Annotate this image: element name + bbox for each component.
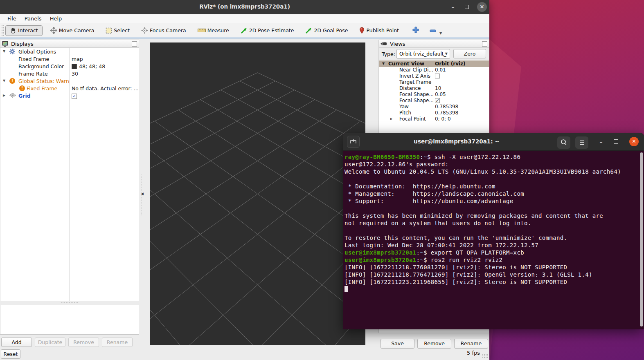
prop-label: Yaw (399, 104, 409, 110)
tool-move-camera[interactable]: Move Camera (47, 25, 98, 36)
expander-down-icon[interactable]: ▼ (3, 49, 5, 53)
terminal-line: Last login: Wed Dec 28 07:00:41 2022 fro… (345, 241, 638, 249)
terminal-line: * Documentation: https://help.ubuntu.com (345, 183, 638, 190)
views-panel-header[interactable]: Views (378, 40, 489, 48)
current-view-value: Orbit (rviz) (435, 61, 466, 67)
row-checkbox[interactable]: ✓ (72, 94, 77, 99)
terminal-title: user@imx8mprsb3720a1: ~ (367, 138, 546, 145)
type-label: Type: (382, 51, 395, 57)
view-prop-focal-shape-[interactable]: Focal Shape...0.05 (379, 92, 489, 98)
tool-2d-goal-pose[interactable]: 2D Goal Pose (302, 25, 351, 36)
expander-down-icon[interactable]: ▼ (3, 79, 5, 83)
expander-down-icon[interactable]: ▼ (382, 62, 385, 65)
window-title: RViz* (on imx8mprsb3720a1) (0, 3, 489, 10)
rename-view-button[interactable]: Rename (454, 339, 488, 349)
tool-label: Move Camera (59, 27, 95, 34)
tool-label: Select (114, 27, 130, 34)
zero-button[interactable]: Zero (453, 49, 486, 58)
menu-help[interactable]: Help (46, 16, 66, 22)
display-row-fixed-frame[interactable]: !Fixed FrameNo tf data. Actual error: ..… (0, 85, 139, 92)
menu-panels[interactable]: Panels (20, 16, 46, 22)
tool-select[interactable]: Select (102, 26, 133, 36)
tool-2d-pose-estimate[interactable]: 2D Pose Estimate (237, 25, 298, 36)
display-row-global-options[interactable]: ▼Global Options (0, 48, 139, 55)
tool-interact[interactable]: Interact (5, 25, 43, 36)
resize-grip[interactable] (482, 353, 488, 359)
terminal-minimize-button[interactable]: – (597, 134, 606, 150)
add-tool-button[interactable] (412, 27, 419, 34)
description-box (0, 305, 139, 335)
displays-panel-header[interactable]: Displays (0, 40, 139, 48)
add-display-button[interactable]: Add (1, 338, 32, 347)
minimize-button[interactable]: – (446, 0, 460, 14)
view-prop-focal-shape-[interactable]: Focal Shape...✓ (379, 98, 489, 104)
terminal-scrollbar[interactable] (640, 152, 643, 326)
close-button[interactable]: ✕ (477, 2, 487, 12)
plus-icon (412, 28, 419, 34)
terminal-maximize-button[interactable] (614, 139, 618, 144)
maximize-icon (465, 5, 469, 9)
row-value: No tf data. Actual error: ... (72, 85, 139, 92)
maximize-button[interactable] (460, 0, 474, 14)
displays-tree[interactable]: ▼Global OptionsFixed FramemapBackground … (0, 48, 139, 301)
search-button[interactable] (557, 136, 570, 149)
terminal-line: user@imx8mprsb3720a1:~$ export QT_QPA_PL… (345, 249, 638, 256)
view-prop-target-frame[interactable]: Target Frame (379, 79, 489, 85)
prop-checkbox[interactable]: ✓ (435, 98, 440, 103)
panel-float-button[interactable] (132, 41, 137, 47)
toolbar-drag-handle[interactable] (2, 25, 4, 36)
tool-focus-camera[interactable]: Focus Camera (137, 25, 190, 36)
reset-button[interactable]: Reset (1, 349, 20, 359)
expander-right-icon[interactable]: ▶ (390, 117, 392, 121)
terminal-close-button[interactable]: ✕ (629, 137, 639, 146)
menu-hamburger-button[interactable] (575, 136, 588, 149)
crosshair-icon (141, 27, 148, 34)
row-value: 30 (72, 71, 78, 77)
view-prop-distance[interactable]: Distance10 (379, 85, 489, 92)
chevron-down-icon: ▼ (445, 49, 448, 58)
current-view-label: Current View (388, 61, 424, 67)
prop-label: Distance (399, 85, 421, 91)
view-prop-focal-point[interactable]: ▶Focal Point0; 0; 0 (379, 116, 489, 122)
view-prop-pitch[interactable]: Pitch0.785398 (379, 110, 489, 116)
row-label: Fixed Frame (18, 56, 49, 62)
expander-right-icon[interactable]: ▶ (3, 94, 5, 97)
minus-icon (430, 27, 436, 34)
view-type-dropdown[interactable]: Orbit (rviz_default_ ▼ (396, 49, 450, 59)
prop-checkbox[interactable] (435, 74, 440, 78)
chevron-down-icon[interactable]: ▼ (439, 31, 442, 35)
current-view-header[interactable]: ▼ Current View Orbit (rviz) (379, 60, 489, 67)
color-swatch (72, 64, 77, 69)
tool-publish-point[interactable]: Publish Point (356, 25, 403, 36)
save-view-button[interactable]: Save (381, 339, 414, 349)
panel-float-button[interactable] (482, 41, 487, 47)
display-row-grid[interactable]: ▶Grid✓ (0, 92, 139, 99)
collapse-panel-arrow-icon[interactable]: ◀ (141, 190, 148, 197)
display-row-frame-rate[interactable]: Frame Rate30 (0, 70, 139, 77)
terminal-line: user@172.22.12.86's password: (345, 161, 638, 168)
terminal-output[interactable]: ray@ray-BM6650-BM6350:~$ ssh -X user@172… (343, 151, 644, 329)
splitter-handle[interactable] (61, 302, 78, 304)
tool-label: Interact (18, 27, 38, 34)
remove-view-button[interactable]: Remove (417, 339, 451, 349)
view-prop-invert-z-axis[interactable]: Invert Z Axis (379, 73, 489, 79)
menu-bar: FilePanelsHelp (0, 14, 489, 23)
row-label: Global Status: Warn (18, 78, 69, 84)
prop-label: Target Frame (399, 79, 431, 85)
menu-file[interactable]: File (3, 16, 20, 22)
displays-panel: Displays ▼Global OptionsFixed FramemapBa… (0, 40, 139, 301)
green-arrow-icon (305, 27, 312, 34)
3d-viewport[interactable] (150, 42, 365, 345)
tool-measure[interactable]: Measure (194, 26, 233, 35)
display-row-global-status-warn[interactable]: ▼!Global Status: Warn (0, 77, 139, 85)
display-row-background-color[interactable]: Background Color48; 48; 48 (0, 63, 139, 70)
terminal-titlebar[interactable]: user@imx8mprsb3720a1: ~ – ✕ (343, 133, 644, 151)
remove-tool-button[interactable] (430, 27, 436, 34)
display-row-fixed-frame[interactable]: Fixed Framemap (0, 55, 139, 63)
prop-value: 0.05 (435, 92, 446, 97)
view-prop-near-clip-di-[interactable]: Near Clip Di...0.01 (379, 67, 489, 73)
new-tab-button[interactable] (347, 136, 360, 148)
view-prop-yaw[interactable]: Yaw0.785398 (379, 104, 489, 110)
tool-label: 2D Goal Pose (314, 27, 348, 34)
rviz-titlebar[interactable]: RViz* (on imx8mprsb3720a1) – ✕ (0, 0, 489, 14)
